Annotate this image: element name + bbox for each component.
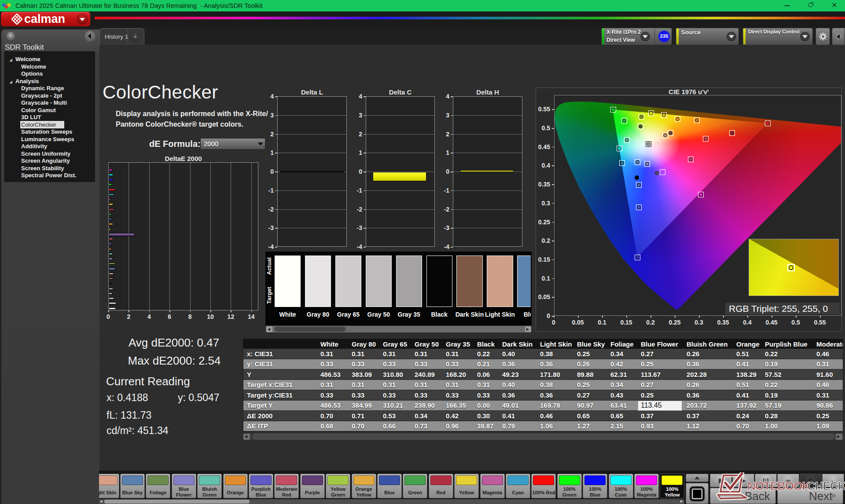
svg-text:NOTEBOOK: NOTEBOOK [747, 479, 810, 493]
svg-text:CHECK: CHECK [807, 479, 845, 493]
